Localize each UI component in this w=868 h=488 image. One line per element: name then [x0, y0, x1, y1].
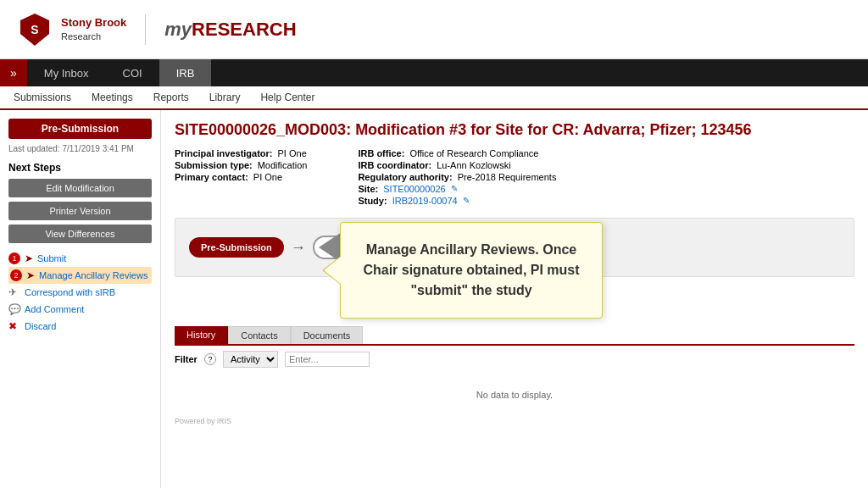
action-items: 1 ➤ Submit 2 ➤ Manage Ancillary Reviews … [8, 250, 152, 335]
ancillary-arrow-icon: ➤ [26, 269, 35, 281]
main-content: Pre-Submission Last updated: 7/11/2019 3… [0, 110, 868, 488]
nav-arrow[interactable]: » [0, 59, 27, 86]
regulatory-authority-row: Regulatory authority: Pre-2018 Requireme… [358, 172, 556, 182]
filter-label: Filter [175, 354, 198, 364]
page-title: SITE00000026_MOD003: Modification #3 for… [175, 120, 854, 140]
regulatory-authority-value: Pre-2018 Requirements [458, 172, 557, 182]
svg-text:S: S [31, 23, 38, 36]
tab-history[interactable]: History [175, 326, 228, 344]
action-manage-ancillary[interactable]: 2 ➤ Manage Ancillary Reviews [8, 267, 152, 284]
pi-row: Principal investigator: PI One [175, 148, 307, 158]
content-area: SITE00000026_MOD003: Modification #3 for… [161, 110, 868, 488]
study-link[interactable]: IRB2019-00074 [392, 196, 458, 206]
tab-contacts[interactable]: Contacts [228, 326, 290, 344]
edit-modification-button[interactable]: Edit Modification [8, 179, 152, 197]
university-name: Stony Brook Research [61, 15, 126, 44]
filter-row: Filter ? Activity [175, 351, 854, 368]
last-updated-label: Last updated: [8, 144, 60, 153]
info-left: Principal investigator: PI One Submissio… [175, 148, 307, 208]
irb-coordinator-label: IRB coordinator: [358, 160, 431, 170]
primary-contact-row: Primary contact: PI One [175, 172, 307, 182]
nav-bar: » My Inbox COI IRB [0, 59, 868, 86]
subnav-meetings[interactable]: Meetings [92, 92, 133, 103]
site-row: Site: SITE00000026 ✎ [358, 184, 556, 194]
pi-value: PI One [278, 148, 307, 158]
primary-contact-label: Primary contact: [175, 172, 248, 182]
printer-version-button[interactable]: Printer Version [8, 202, 152, 220]
workflow-arrow-icon: → [291, 239, 306, 257]
tooltip-text: Manage Ancillary Reviews. Once Chair sig… [361, 240, 581, 301]
workflow-node-pre-submission: Pre-Submission [189, 237, 284, 258]
submit-arrow-icon: ➤ [25, 252, 33, 264]
correspond-plane-icon: ✈ [8, 286, 20, 298]
add-comment-link[interactable]: Add Comment [25, 304, 84, 314]
next-steps-label: Next Steps [8, 162, 152, 174]
manage-ancillary-link[interactable]: Manage Ancillary Reviews [39, 270, 147, 280]
study-label: Study: [358, 196, 387, 206]
filter-help-icon[interactable]: ? [204, 353, 216, 365]
last-updated: Last updated: 7/11/2019 3:41 PM [8, 144, 152, 153]
tabs-area: History Contacts Documents [175, 326, 854, 346]
submit-link[interactable]: Submit [37, 253, 66, 263]
irb-office-value: Office of Research Compliance [409, 148, 538, 158]
stony-brook-shield-icon: S [17, 12, 53, 47]
discard-link[interactable]: Discard [25, 321, 56, 331]
submit-number: 1 [8, 252, 20, 264]
footer-text: Powered by iRIS [175, 417, 854, 425]
tooltip-popup: Manage Ancillary Reviews. Once Chair sig… [340, 222, 603, 319]
site-edit-icon[interactable]: ✎ [451, 184, 458, 194]
pre-submission-badge: Pre-Submission [8, 119, 152, 139]
header: S Stony Brook Research myRESEARCH [0, 0, 868, 59]
subnav-help-center[interactable]: Help Center [260, 92, 314, 103]
sub-nav: Submissions Meetings Reports Library Hel… [0, 86, 868, 110]
ancillary-number: 2 [10, 269, 22, 281]
action-submit[interactable]: 1 ➤ Submit [8, 250, 152, 267]
subnav-submissions[interactable]: Submissions [14, 92, 71, 103]
filter-select[interactable]: Activity [223, 351, 278, 368]
submission-type-value: Modification [258, 160, 308, 170]
info-grid: Principal investigator: PI One Submissio… [175, 148, 854, 208]
nav-item-coi[interactable]: COI [106, 59, 159, 86]
info-right: IRB office: Office of Research Complianc… [358, 148, 556, 208]
study-edit-icon[interactable]: ✎ [463, 196, 470, 206]
pi-label: Principal investigator: [175, 148, 273, 158]
primary-contact-value: PI One [253, 172, 282, 182]
regulatory-authority-label: Regulatory authority: [358, 172, 452, 182]
workflow-tooltip-container: Pre-Submission → Pre-Review → ... Manage… [175, 218, 854, 319]
filter-input[interactable] [285, 352, 370, 367]
subnav-library[interactable]: Library [209, 92, 241, 103]
submission-type-row: Submission type: Modification [175, 160, 307, 170]
last-updated-value: 7/11/2019 3:41 PM [62, 144, 134, 153]
sidebar: Pre-Submission Last updated: 7/11/2019 3… [0, 110, 161, 488]
irb-office-label: IRB office: [358, 148, 404, 158]
myresearch-brand: myRESEARCH [164, 19, 296, 41]
tab-documents[interactable]: Documents [291, 326, 364, 344]
action-discard[interactable]: ✖ Discard [8, 318, 152, 335]
irb-coordinator-value: Lu-Ann Kozlowski [437, 160, 510, 170]
action-add-comment[interactable]: 💬 Add Comment [8, 301, 152, 318]
nav-item-my-inbox[interactable]: My Inbox [27, 59, 106, 86]
site-link[interactable]: SITE00000026 [383, 184, 445, 194]
irb-office-row: IRB office: Office of Research Complianc… [358, 148, 556, 158]
subnav-reports[interactable]: Reports [153, 92, 189, 103]
irb-coordinator-row: IRB coordinator: Lu-Ann Kozlowski [358, 160, 556, 170]
no-data-message: No data to display. [175, 376, 854, 413]
study-row: Study: IRB2019-00074 ✎ [358, 196, 556, 206]
view-differences-button[interactable]: View Differences [8, 225, 152, 243]
nav-item-irb[interactable]: IRB [159, 59, 212, 86]
comment-bubble-icon: 💬 [8, 303, 20, 315]
correspond-link[interactable]: Correspond with sIRB [25, 287, 115, 297]
logo-area: S Stony Brook Research myRESEARCH [17, 12, 297, 47]
submission-type-label: Submission type: [175, 160, 253, 170]
site-label: Site: [358, 184, 378, 194]
header-divider [145, 14, 146, 45]
discard-x-icon: ✖ [8, 320, 20, 332]
tooltip-arrow [324, 257, 341, 284]
action-correspond[interactable]: ✈ Correspond with sIRB [8, 284, 152, 301]
